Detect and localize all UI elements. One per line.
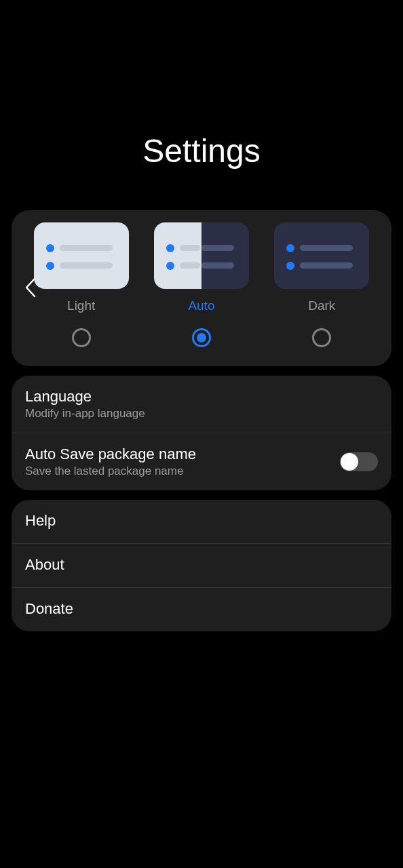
list-item-title: Auto Save package name — [25, 446, 340, 463]
theme-preview-light — [34, 222, 129, 289]
radio-auto[interactable] — [192, 328, 211, 347]
theme-selector-card: Light Auto — [12, 210, 391, 366]
toggle-thumb — [341, 453, 358, 471]
list-item-title: About — [25, 556, 378, 574]
settings-group-1: Language Modify in-app language Auto Sav… — [12, 376, 391, 490]
theme-label-light: Light — [67, 298, 95, 313]
settings-group-2: Help About Donate — [12, 500, 391, 631]
list-item-auto-save[interactable]: Auto Save package name Save the lasted p… — [12, 433, 391, 490]
list-item-help[interactable]: Help — [12, 500, 391, 544]
theme-option-dark[interactable]: Dark — [266, 222, 378, 347]
theme-preview-dark — [274, 222, 369, 289]
list-item-subtitle: Modify in-app language — [25, 407, 378, 420]
radio-dark[interactable] — [312, 328, 331, 347]
list-item-about[interactable]: About — [12, 544, 391, 588]
list-item-title: Language — [25, 388, 378, 406]
list-item-title: Donate — [25, 600, 378, 618]
theme-option-light[interactable]: Light — [25, 222, 137, 347]
list-item-title: Help — [25, 512, 378, 530]
theme-preview-auto — [154, 222, 249, 289]
page-title: Settings — [0, 132, 403, 170]
theme-label-auto: Auto — [188, 298, 214, 313]
list-item-language[interactable]: Language Modify in-app language — [12, 376, 391, 433]
list-item-donate[interactable]: Donate — [12, 588, 391, 631]
theme-label-dark: Dark — [308, 298, 335, 313]
toggle-auto-save[interactable] — [340, 452, 378, 471]
list-item-subtitle: Save the lasted package name — [25, 465, 340, 478]
theme-option-auto[interactable]: Auto — [145, 222, 257, 347]
radio-light[interactable] — [72, 328, 91, 347]
